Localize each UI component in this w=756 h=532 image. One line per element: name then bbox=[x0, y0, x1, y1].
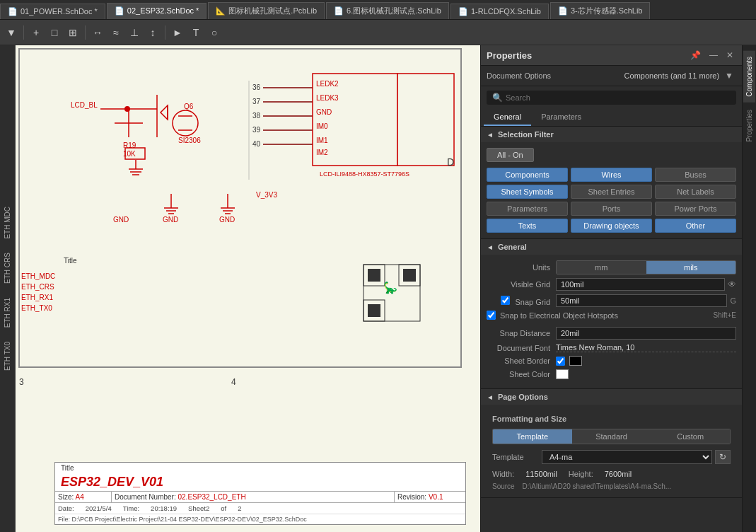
page-options-header[interactable]: ◄ Page Options bbox=[481, 389, 742, 405]
filter-drawing-objects[interactable]: Drawing objects bbox=[571, 219, 652, 233]
file-label: File: bbox=[58, 516, 70, 523]
units-mils-btn[interactable]: mils bbox=[646, 261, 736, 274]
tab-parameters[interactable]: Parameters bbox=[531, 109, 591, 126]
title-block-bottom-row: Date: 2021/5/4 Time: 20:18:19 Sheet2 of … bbox=[55, 503, 465, 514]
filter-sheet-symbols[interactable]: Sheet Symbols bbox=[487, 185, 568, 199]
svg-text:38: 38 bbox=[252, 112, 261, 120]
svg-text:LCD_BL: LCD_BL bbox=[71, 101, 98, 109]
svg-text:R19: R19 bbox=[123, 141, 136, 149]
schematic-canvas[interactable]: D 3 4 LCD_BL R19 10K Q6 SI2306 36 37 38 … bbox=[16, 45, 480, 532]
filter-ports[interactable]: Ports bbox=[571, 202, 652, 216]
snap-electrical-checkbox[interactable] bbox=[487, 311, 496, 320]
format-tab-template[interactable]: Template bbox=[493, 429, 572, 444]
right-sidebar-tabs: Components Properties bbox=[742, 45, 756, 532]
filter-buses[interactable]: Buses bbox=[655, 168, 736, 182]
tab-tab6[interactable]: 📄3-芯片传感器.SchLib bbox=[550, 2, 650, 19]
svg-text:ETH_RX1: ETH_RX1 bbox=[21, 294, 53, 301]
filter-components[interactable]: Components bbox=[487, 168, 568, 182]
svg-text:36: 36 bbox=[252, 83, 261, 91]
svg-text:IM2: IM2 bbox=[316, 149, 328, 156]
format-tab-standard[interactable]: Standard bbox=[572, 429, 651, 444]
tab-tab5[interactable]: 📄1-RLCDFQX.SchLib bbox=[450, 4, 549, 19]
toolbar-play-btn[interactable]: ► bbox=[169, 24, 186, 41]
sheet-total: 2 bbox=[238, 504, 241, 512]
format-tab-custom[interactable]: Custom bbox=[651, 429, 730, 444]
filter-wires[interactable]: Wires bbox=[571, 168, 652, 182]
rsidebar-components-tab[interactable]: Components bbox=[743, 51, 755, 103]
snap-distance-label: Snap Distance bbox=[487, 329, 550, 337]
snap-grid-row: Snap Grid G bbox=[487, 294, 736, 307]
sheet-color-swatch[interactable] bbox=[556, 369, 569, 379]
svg-text:ETH_TX0: ETH_TX0 bbox=[21, 304, 52, 312]
svg-text:GND: GND bbox=[113, 216, 129, 224]
search-input[interactable] bbox=[506, 93, 731, 102]
toolbar-grid-btn[interactable]: ⊞ bbox=[64, 24, 81, 41]
doc-num-value: 02.ESP32_LCD_ETH bbox=[178, 493, 245, 501]
snap-distance-input[interactable] bbox=[556, 327, 736, 340]
general-section-header[interactable]: ◄ General bbox=[481, 239, 742, 255]
filter-parameters[interactable]: Parameters bbox=[487, 202, 568, 216]
filter-power-ports[interactable]: Power Ports bbox=[655, 202, 736, 216]
toolbar-rect-btn[interactable]: □ bbox=[46, 24, 63, 41]
svg-text:Q6: Q6 bbox=[184, 103, 194, 110]
dimensions-row: Width: 11500mil Height: 7600mil bbox=[487, 467, 736, 481]
tab-general[interactable]: General bbox=[484, 109, 531, 126]
svg-text:V_3V3: V_3V3 bbox=[256, 191, 277, 199]
sheet-border-color-swatch[interactable] bbox=[569, 356, 582, 366]
toolbar-circle-btn[interactable]: ○ bbox=[206, 24, 223, 41]
toolbar-horiz-btn[interactable]: ↔ bbox=[89, 24, 106, 41]
svg-text:IM0: IM0 bbox=[316, 122, 328, 130]
search-bar[interactable]: 🔍 bbox=[487, 91, 736, 105]
panel-close-btn[interactable]: ✕ bbox=[723, 50, 736, 61]
svg-text:GND: GND bbox=[316, 108, 332, 116]
filter-net-labels[interactable]: Net Labels bbox=[655, 185, 736, 199]
panel-minimize-btn[interactable]: — bbox=[706, 50, 721, 61]
units-label: Units bbox=[487, 263, 550, 272]
selection-filter-header[interactable]: ◄ Selection Filter bbox=[481, 127, 742, 142]
toolbar-add-btn[interactable]: + bbox=[28, 24, 45, 41]
units-mm-btn[interactable]: mm bbox=[557, 261, 646, 274]
visible-grid-input[interactable] bbox=[556, 278, 725, 291]
units-row: Units mm mils bbox=[487, 260, 736, 274]
schematic-bg: D 3 4 LCD_BL R19 10K Q6 SI2306 36 37 38 … bbox=[16, 45, 480, 532]
snap-grid-checkbox[interactable] bbox=[501, 296, 510, 305]
doc-options-label: Document Options bbox=[487, 71, 551, 80]
toolbar-filter-btn[interactable]: ▼ bbox=[3, 24, 20, 41]
svg-text:3: 3 bbox=[19, 377, 24, 387]
revision-label: Revision: bbox=[397, 493, 426, 501]
filter-sheet-entries[interactable]: Sheet Entries bbox=[571, 185, 652, 199]
properties-panel: Properties 📌 — ✕ Document Options Compon… bbox=[480, 45, 742, 532]
svg-text:39: 39 bbox=[252, 126, 261, 134]
height-value: 7600mil bbox=[605, 470, 632, 478]
tab-tab3[interactable]: 📐图标机械孔测试点.PcbLib bbox=[208, 2, 325, 19]
sheet-border-checkbox[interactable] bbox=[556, 357, 565, 366]
toolbar-arrow-btn[interactable]: ↕ bbox=[144, 24, 161, 41]
tab-tab4[interactable]: 📄6.图标机械孔测试点.SchLib bbox=[326, 2, 449, 19]
visible-grid-icon[interactable]: 👁 bbox=[728, 279, 736, 289]
date-label: Date: bbox=[58, 504, 74, 512]
toolbar-perp-btn[interactable]: ⊥ bbox=[126, 24, 143, 41]
toolbar-text-btn[interactable]: T bbox=[187, 24, 204, 41]
time-value: 20:18:19 bbox=[151, 504, 177, 512]
panel-title: Properties bbox=[487, 50, 532, 61]
snap-grid-input[interactable] bbox=[556, 294, 727, 307]
tab-tab1[interactable]: 📄01_POWER.SchDoc * bbox=[0, 4, 105, 19]
sheet-border-row: Sheet Border bbox=[487, 356, 736, 366]
template-refresh-btn[interactable]: ↻ bbox=[715, 450, 731, 464]
template-select[interactable]: A4-ma bbox=[542, 450, 712, 464]
svg-text:40: 40 bbox=[252, 140, 261, 148]
left-nav-labels: ETH MDC ETH CRS ETH RX1 ETH TX0 bbox=[0, 45, 16, 532]
sheet-color-row: Sheet Color bbox=[487, 369, 736, 379]
svg-rect-62 bbox=[368, 269, 380, 282]
rsidebar-properties-tab[interactable]: Properties bbox=[743, 104, 755, 148]
tab-tab2[interactable]: 📄02_ESP32.SchDoc * bbox=[107, 3, 207, 19]
doc-options-filter-btn[interactable]: ▼ bbox=[722, 70, 736, 81]
filter-texts[interactable]: Texts bbox=[487, 219, 568, 233]
all-on-button[interactable]: All - On bbox=[487, 148, 534, 162]
main-toolbar: ▼ + □ ⊞ ↔ ≈ ⊥ ↕ ► T ○ bbox=[0, 20, 756, 45]
panel-pin-btn[interactable]: 📌 bbox=[687, 50, 704, 61]
toolbar-wave-btn[interactable]: ≈ bbox=[107, 24, 124, 41]
eth-tx0-label: ETH TX0 bbox=[4, 342, 11, 371]
filter-other[interactable]: Other bbox=[655, 219, 736, 233]
snap-electrical-shortcut: Shift+E bbox=[713, 311, 736, 319]
